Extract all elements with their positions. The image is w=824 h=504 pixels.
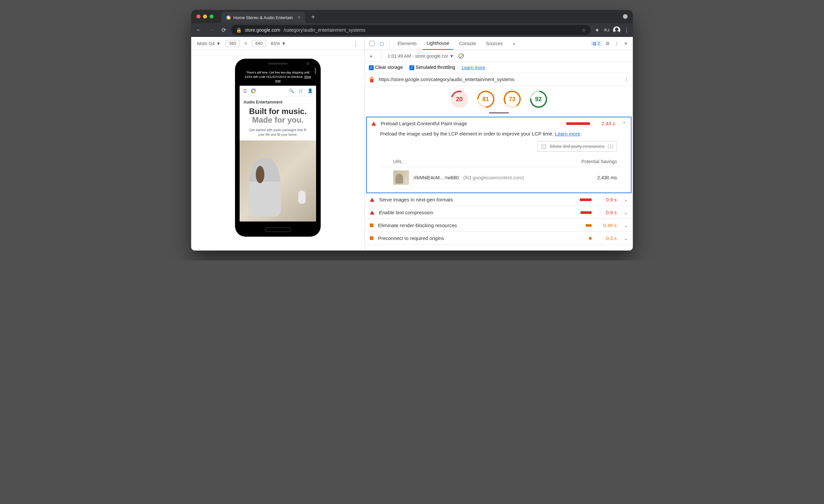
chevron-up-icon: ⌃ [622, 121, 626, 126]
hero-subtitle: Get started with audio packages that fit… [240, 126, 316, 139]
gauge-performance[interactable]: 20 [451, 91, 468, 108]
account-icon[interactable]: 👤 [308, 88, 313, 93]
back-button[interactable]: ← [194, 27, 204, 33]
clear-storage-checkbox[interactable]: ✓ Clear storage [369, 65, 403, 70]
tested-url-row: https://store.google.com/category/audio_… [365, 73, 633, 86]
audit-title: Preconnect to required origins [378, 235, 444, 241]
google-logo-icon[interactable] [251, 89, 256, 93]
severity-red-icon [370, 211, 375, 215]
viewport-pane: Moto G4 ▼ × 65% ▼ ⋮ There's still time. … [191, 37, 365, 250]
search-icon[interactable]: 🔍 [289, 88, 294, 93]
resource-saving: 2,430 ms [597, 175, 617, 180]
browser-tab[interactable]: Home Stereo & Audio Entertain × [221, 12, 305, 23]
url-path: /category/audio_entertainment_systems [284, 27, 365, 33]
hamburger-icon[interactable]: ☰ [243, 88, 247, 94]
savings-bar [580, 198, 592, 201]
device-screen[interactable]: There's still time. Get free two-day shi… [240, 68, 316, 221]
new-tab-button[interactable]: ＋ [310, 12, 316, 21]
savings-bar [581, 211, 592, 214]
savings-bar [589, 237, 592, 240]
audit-row: Serve images in next-gen formats 0.9 s ⌄ [365, 193, 633, 206]
minimize-window[interactable] [203, 14, 207, 18]
device-select[interactable]: Moto G4 ▼ [197, 41, 221, 46]
audit-learn-more-link[interactable]: Learn more [555, 131, 581, 136]
issues-badge[interactable]: ▤ 2 [591, 41, 602, 46]
audit-title: Preload Largest Contentful Paint image [381, 121, 467, 126]
audit-preload-lcp: Preload Largest Contentful Paint image 2… [366, 117, 631, 193]
audit-value: 0.9 s [600, 197, 617, 202]
reading-list-icon[interactable]: ≡♪ [603, 27, 610, 33]
settings-icon[interactable]: ⚙ [604, 41, 611, 46]
device-toggle-icon[interactable]: ▢ [378, 41, 385, 46]
device-toolbar: Moto G4 ▼ × 65% ▼ ⋮ [191, 37, 365, 50]
chevron-down-icon: ▼ [216, 41, 221, 46]
checkbox-icon [541, 144, 546, 149]
devtools-pane: ▢ Elements Lighthouse Console Sources » … [365, 37, 633, 250]
new-report-button[interactable]: ＋ [368, 52, 374, 60]
tab-elements[interactable]: Elements [394, 37, 421, 50]
zoom-select[interactable]: 65% ▼ [271, 41, 286, 46]
tab-title: Home Stereo & Audio Entertain [233, 15, 293, 20]
phone-camera-icon [306, 62, 309, 65]
gauge-seo[interactable]: 92 [530, 91, 547, 108]
resource-domain: (lh3.googleusercontent.com) [463, 175, 524, 180]
profile-icon[interactable] [613, 26, 620, 34]
browser-menu-icon[interactable]: ⋮ [623, 27, 630, 33]
scrollbar[interactable] [315, 68, 316, 74]
tab-console[interactable]: Console [455, 37, 480, 50]
chevron-down-icon: ⌄ [624, 223, 628, 228]
forward-button[interactable]: → [206, 27, 216, 33]
tab-lighthouse[interactable]: Lighthouse [423, 37, 453, 50]
omnibox[interactable]: 🔒 store.google.com/category/audio_entert… [231, 25, 591, 35]
promo-banner: There's still time. Get free two-day shi… [240, 68, 316, 86]
bookmark-icon[interactable]: ☆ [582, 27, 586, 33]
tab-sources[interactable]: Sources [482, 37, 507, 50]
audit-title: Enable text compression [379, 210, 433, 215]
report-menu-icon[interactable]: ⋮ [624, 77, 629, 82]
chevron-down-icon: ⌄ [624, 236, 628, 241]
cart-icon[interactable]: 🛒 [298, 88, 304, 93]
viewport-height-input[interactable] [252, 40, 266, 47]
maximize-window[interactable] [210, 14, 214, 18]
audit-head[interactable]: Preload Largest Contentful Paint image 2… [367, 117, 631, 129]
gauges: 20 81 73 92 [365, 86, 633, 110]
ruler [191, 50, 365, 56]
chevron-down-icon: ▼ [282, 41, 286, 46]
severity-orange-icon [370, 236, 374, 240]
report-select[interactable]: 1:01:49 AM - store.google.cor ▼ [388, 54, 454, 59]
audit-head[interactable]: Eliminate render-blocking resources 0.49… [365, 219, 632, 231]
section-heading: Audio Entertainment [240, 97, 316, 106]
window-controls [196, 14, 214, 18]
extensions-icon[interactable]: ✦ [593, 27, 601, 33]
lock-icon: 🔒 [236, 27, 241, 33]
close-window[interactable] [196, 14, 200, 18]
tab-more[interactable]: » [509, 37, 519, 50]
audit-row: Enable text compression 0.9 s ⌄ [365, 206, 633, 219]
titlebar: Home Stereo & Audio Entertain × ＋ [191, 10, 633, 23]
hero-image [240, 140, 316, 221]
audit-head[interactable]: Preconnect to required origins 0.3 s ⌄ [365, 232, 632, 244]
clear-icon[interactable] [458, 54, 464, 59]
savings-bar [586, 224, 592, 227]
url-host: store.google.com [245, 27, 280, 33]
devtools-menu-icon[interactable]: ⋮ [613, 41, 620, 46]
gauge-accessibility[interactable]: 81 [477, 91, 494, 108]
close-tab-icon[interactable]: × [298, 14, 301, 20]
reload-button[interactable]: ⟳ [219, 27, 229, 34]
resource-url[interactable]: /rbNNiE4oM…=w680 [414, 175, 459, 180]
savings-bar [566, 122, 590, 125]
third-party-toggle[interactable]: Show 3rd-party resources (1) [538, 141, 617, 152]
guest-icon[interactable] [623, 14, 628, 19]
gauge-best-practices[interactable]: 73 [504, 91, 521, 108]
stage: There's still time. Get free two-day shi… [191, 56, 365, 250]
inspect-icon[interactable] [370, 41, 375, 46]
close-devtools-icon[interactable]: ✕ [622, 41, 629, 46]
severity-red-icon [370, 198, 375, 202]
config-learn-more-link[interactable]: Learn more [462, 65, 486, 70]
chevron-down-icon: ⌄ [624, 210, 628, 215]
viewport-width-input[interactable] [225, 40, 240, 47]
device-menu-icon[interactable]: ⋮ [353, 40, 358, 47]
throttling-checkbox[interactable]: ✓ Simulated throttling [409, 65, 455, 70]
audit-head[interactable]: Serve images in next-gen formats 0.9 s ⌄ [365, 194, 632, 206]
audit-head[interactable]: Enable text compression 0.9 s ⌄ [365, 206, 632, 218]
